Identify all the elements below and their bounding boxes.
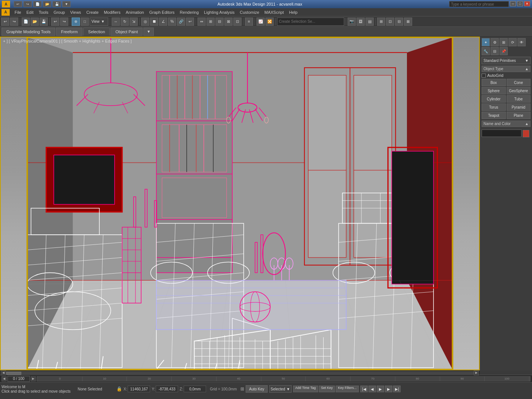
menu-create[interactable]: Create [84, 9, 101, 15]
torus-button[interactable]: Torus [482, 103, 506, 111]
h-scroll-bar[interactable]: ◀ ▶ [0, 370, 480, 375]
menu-maxscript[interactable]: MAXScript [262, 9, 286, 15]
object-type-header[interactable]: Object Type ▲ [482, 66, 531, 72]
tab-graphite[interactable]: Graphite Modeling Tools [1, 28, 55, 36]
undo2-btn[interactable]: ↩ [186, 18, 194, 26]
scroll-thumb[interactable] [6, 372, 21, 375]
key-filters-button[interactable]: Key Filters... [336, 386, 359, 392]
scroll-track[interactable] [6, 371, 474, 374]
percent-snap-btn[interactable]: % [168, 18, 176, 26]
search-input[interactable] [449, 1, 509, 7]
quick-access-redo[interactable]: ↪ [24, 1, 32, 7]
zoom-extents-btn[interactable]: ⊞ [377, 18, 385, 26]
quick-access-undo[interactable]: ↩ [14, 1, 22, 7]
maximize-button[interactable]: □ [517, 1, 523, 6]
menu-tools[interactable]: Tools [36, 9, 51, 15]
place-high-btn[interactable]: ⊡ [233, 18, 242, 26]
utilities-panel-btn[interactable]: 🔧 [482, 47, 490, 55]
render-setup-btn[interactable]: 📷 [348, 18, 356, 26]
open-btn[interactable]: 📂 [31, 18, 39, 26]
goto-end-button[interactable]: ▶| [393, 386, 401, 392]
autogrid-checkbox[interactable] [482, 74, 486, 78]
motion-panel-btn[interactable]: ⟳ [508, 38, 517, 46]
next-frame-button[interactable]: ▶ [385, 386, 392, 392]
goto-start-button[interactable]: |◀ [360, 386, 368, 392]
auto-key-button[interactable]: Auto Key [246, 385, 268, 393]
undo-btn[interactable]: ↩ [1, 18, 9, 26]
add-time-tag-button[interactable]: Add Time Tag [293, 386, 318, 392]
redo-scene-btn[interactable]: ↪ [60, 18, 68, 26]
play-button[interactable]: ▶ [377, 386, 384, 392]
select-region-btn[interactable]: □ [81, 18, 89, 26]
quick-access-open[interactable]: 📂 [43, 1, 51, 7]
menu-edit[interactable]: Edit [24, 9, 36, 15]
redo-btn[interactable]: ↪ [10, 18, 18, 26]
undo-scene-btn[interactable]: ↩ [51, 18, 59, 26]
menu-modifiers[interactable]: Modifiers [101, 9, 123, 15]
cylinder-button[interactable]: Cylinder [482, 95, 506, 103]
viewport[interactable]: + ] [ VRayPhysicalCamera001 ] [ Smooth +… [0, 37, 480, 370]
select-object-btn[interactable]: ⊕ [72, 18, 80, 26]
menu-file[interactable]: File [12, 9, 24, 15]
menu-graph-editors[interactable]: Graph Editors [147, 9, 177, 15]
curve-btn[interactable]: 📈 [256, 18, 265, 26]
pyramid-button[interactable]: Pyramid [507, 103, 531, 111]
align-normal-btn[interactable]: ⊠ [224, 18, 233, 26]
timeline-track[interactable]: 0 10 20 30 40 50 60 70 80 90 100 [37, 376, 531, 381]
toolbar2-extra[interactable]: ▼ [143, 28, 154, 36]
mirror-btn[interactable]: ⇔ [197, 18, 206, 26]
menu-rendering[interactable]: Rendering [177, 9, 202, 15]
view-dropdown[interactable]: View ▼ [90, 18, 108, 26]
quick-access-save[interactable]: 💾 [53, 1, 61, 7]
close-button[interactable]: ✕ [524, 1, 530, 6]
cone-button[interactable]: Cone [507, 79, 531, 86]
menu-customize[interactable]: Customize [237, 9, 262, 15]
menu-views[interactable]: Views [68, 9, 84, 15]
menu-animation[interactable]: Animation [123, 9, 147, 15]
scroll-left-arrow[interactable]: ◀ [1, 370, 6, 375]
move-btn[interactable]: ↔ [112, 18, 120, 26]
minimize-button[interactable]: ─ [510, 1, 516, 6]
frame-counter[interactable]: 0 / 100 [7, 376, 30, 382]
tab-freeform[interactable]: Freeform [56, 28, 83, 36]
spinner-snap-btn[interactable]: 🔗 [177, 18, 185, 26]
render-last-btn[interactable]: ▤ [365, 18, 374, 26]
box-button[interactable]: Box [482, 79, 506, 86]
rotate-btn[interactable]: ↻ [121, 18, 129, 26]
scroll-right-arrow[interactable]: ▶ [474, 370, 479, 375]
display-panel-btn[interactable]: 👁 [517, 38, 526, 46]
tab-object-paint[interactable]: Object Paint [111, 28, 143, 36]
name-color-header[interactable]: Name and Color ▲ [482, 121, 531, 127]
color-swatch[interactable] [523, 130, 529, 137]
menu-help[interactable]: Help [286, 9, 300, 15]
reference-btn[interactable]: ◎ [141, 18, 149, 26]
snap-toggle-btn[interactable]: 🔲 [150, 18, 158, 26]
zoom-region-btn[interactable]: ⊟ [395, 18, 403, 26]
layer-btn[interactable]: ≡ [245, 18, 253, 26]
hierarchy-panel-btn[interactable]: ⊞ [500, 38, 508, 46]
prev-frame-button[interactable]: ◀ [368, 386, 376, 392]
timeline-next-arrow[interactable]: ▶ [31, 376, 36, 381]
save-btn[interactable]: 💾 [40, 18, 48, 26]
primitives-dropdown[interactable]: Standard Primitives ▼ [482, 57, 531, 64]
align-btn[interactable]: ⊞ [206, 18, 215, 26]
scale-btn[interactable]: ⇲ [130, 18, 138, 26]
quick-access-extra[interactable]: ▼ [62, 1, 71, 7]
quick-access-new[interactable]: 📄 [33, 1, 41, 7]
align-view-btn[interactable]: ⊟ [215, 18, 224, 26]
new-scene-btn[interactable]: 📄 [22, 18, 30, 26]
sphere-button[interactable]: Sphere [482, 87, 506, 94]
schematic-btn[interactable]: 🔀 [265, 18, 274, 26]
geosphere-button[interactable]: GeoSphere [507, 87, 531, 94]
menu-group[interactable]: Group [51, 9, 68, 15]
extras-panel-btn[interactable]: ⊟ [491, 47, 499, 55]
tube-button[interactable]: Tube [507, 95, 531, 103]
render-frame-btn[interactable]: 🖼 [357, 18, 365, 26]
create-selection-input[interactable] [277, 18, 344, 26]
zoom-selected-btn[interactable]: ⊡ [386, 18, 394, 26]
teapot-button[interactable]: Teapot [482, 112, 506, 119]
modify-panel-btn[interactable]: ⚙ [491, 38, 499, 46]
min-max-btn[interactable]: ⊠ [404, 18, 412, 26]
selected-dropdown[interactable]: Selected ▼ [269, 385, 292, 393]
tab-selection[interactable]: Selection [83, 28, 110, 36]
